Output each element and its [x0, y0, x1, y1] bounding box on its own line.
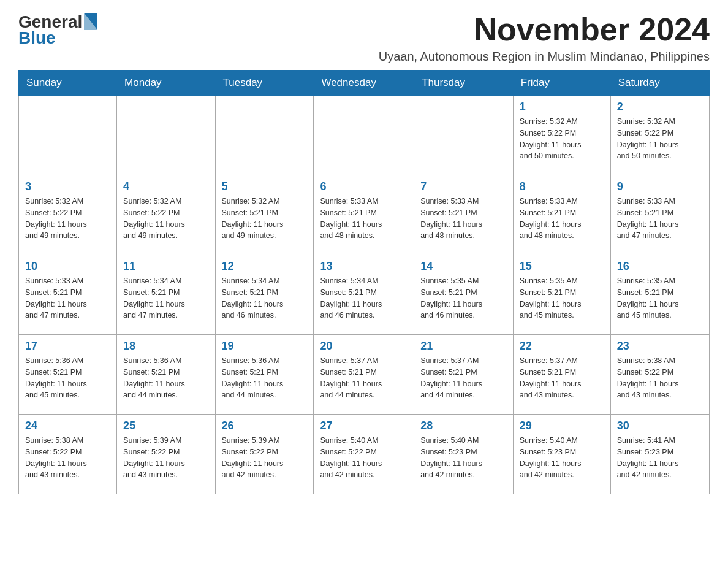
day-info: Sunrise: 5:39 AMSunset: 5:22 PMDaylight:… [222, 435, 308, 481]
day-info: Sunrise: 5:34 AMSunset: 5:21 PMDaylight:… [320, 275, 408, 321]
day-header-monday: Monday [117, 71, 215, 96]
day-header-saturday: Saturday [610, 71, 709, 96]
logo: General Blue [18, 12, 97, 48]
day-number: 13 [320, 260, 408, 273]
day-info: Sunrise: 5:37 AMSunset: 5:21 PMDaylight:… [320, 355, 408, 401]
calendar-cell [19, 96, 117, 175]
calendar-cell: 9Sunrise: 5:33 AMSunset: 5:21 PMDaylight… [610, 175, 709, 255]
calendar-body: 1Sunrise: 5:32 AMSunset: 5:22 PMDaylight… [19, 96, 710, 494]
day-info: Sunrise: 5:32 AMSunset: 5:21 PMDaylight:… [222, 196, 308, 242]
day-number: 19 [222, 340, 308, 353]
month-title: November 2024 [379, 12, 710, 47]
calendar-cell: 20Sunrise: 5:37 AMSunset: 5:21 PMDayligh… [314, 335, 414, 415]
day-info: Sunrise: 5:32 AMSunset: 5:22 PMDaylight:… [25, 196, 110, 242]
calendar-cell: 16Sunrise: 5:35 AMSunset: 5:21 PMDayligh… [610, 255, 709, 335]
day-header-wednesday: Wednesday [314, 71, 414, 96]
day-number: 29 [520, 419, 604, 432]
day-info: Sunrise: 5:34 AMSunset: 5:21 PMDaylight:… [123, 275, 208, 321]
calendar-cell: 29Sunrise: 5:40 AMSunset: 5:23 PMDayligh… [513, 415, 610, 494]
calendar-cell: 17Sunrise: 5:36 AMSunset: 5:21 PMDayligh… [19, 335, 117, 415]
day-number: 17 [25, 340, 110, 353]
day-info: Sunrise: 5:33 AMSunset: 5:21 PMDaylight:… [617, 196, 703, 242]
day-number: 14 [420, 260, 507, 273]
day-number: 3 [25, 180, 110, 193]
day-info: Sunrise: 5:33 AMSunset: 5:21 PMDaylight:… [420, 196, 507, 242]
logo-arrow-icon [84, 13, 97, 30]
calendar-cell: 26Sunrise: 5:39 AMSunset: 5:22 PMDayligh… [215, 415, 314, 494]
day-info: Sunrise: 5:40 AMSunset: 5:22 PMDaylight:… [320, 435, 408, 481]
calendar-cell: 24Sunrise: 5:38 AMSunset: 5:22 PMDayligh… [19, 415, 117, 494]
day-number: 10 [25, 260, 110, 273]
calendar-cell: 22Sunrise: 5:37 AMSunset: 5:21 PMDayligh… [513, 335, 610, 415]
day-info: Sunrise: 5:33 AMSunset: 5:21 PMDaylight:… [25, 275, 110, 321]
calendar-cell: 19Sunrise: 5:36 AMSunset: 5:21 PMDayligh… [215, 335, 314, 415]
day-info: Sunrise: 5:40 AMSunset: 5:23 PMDaylight:… [420, 435, 507, 481]
day-info: Sunrise: 5:33 AMSunset: 5:21 PMDaylight:… [520, 196, 604, 242]
day-info: Sunrise: 5:38 AMSunset: 5:22 PMDaylight:… [25, 435, 110, 481]
day-info: Sunrise: 5:37 AMSunset: 5:21 PMDaylight:… [520, 355, 604, 401]
day-number: 9 [617, 180, 703, 193]
day-number: 11 [123, 260, 208, 273]
week-row-2: 3Sunrise: 5:32 AMSunset: 5:22 PMDaylight… [19, 175, 710, 255]
day-info: Sunrise: 5:32 AMSunset: 5:22 PMDaylight:… [123, 196, 208, 242]
day-number: 26 [222, 419, 308, 432]
day-number: 6 [320, 180, 408, 193]
calendar-cell: 30Sunrise: 5:41 AMSunset: 5:23 PMDayligh… [610, 415, 709, 494]
calendar-cell: 18Sunrise: 5:36 AMSunset: 5:21 PMDayligh… [117, 335, 215, 415]
calendar-cell: 15Sunrise: 5:35 AMSunset: 5:21 PMDayligh… [513, 255, 610, 335]
day-number: 8 [520, 180, 604, 193]
day-number: 23 [617, 340, 703, 353]
calendar-cell: 7Sunrise: 5:33 AMSunset: 5:21 PMDaylight… [414, 175, 514, 255]
title-area: November 2024 Uyaan, Autonomous Region i… [379, 12, 710, 64]
calendar-header: SundayMondayTuesdayWednesdayThursdayFrid… [19, 71, 710, 96]
day-info: Sunrise: 5:32 AMSunset: 5:22 PMDaylight:… [520, 116, 604, 162]
calendar-cell: 1Sunrise: 5:32 AMSunset: 5:22 PMDaylight… [513, 96, 610, 175]
calendar-cell [314, 96, 414, 175]
day-number: 27 [320, 419, 408, 432]
day-number: 5 [222, 180, 308, 193]
day-number: 18 [123, 340, 208, 353]
calendar-cell: 11Sunrise: 5:34 AMSunset: 5:21 PMDayligh… [117, 255, 215, 335]
calendar-cell [117, 96, 215, 175]
day-number: 22 [520, 340, 604, 353]
day-number: 28 [420, 419, 507, 432]
day-info: Sunrise: 5:35 AMSunset: 5:21 PMDaylight:… [617, 275, 703, 321]
calendar-cell: 28Sunrise: 5:40 AMSunset: 5:23 PMDayligh… [414, 415, 514, 494]
location-subtitle: Uyaan, Autonomous Region in Muslim Minda… [379, 50, 710, 64]
day-number: 21 [420, 340, 507, 353]
day-info: Sunrise: 5:40 AMSunset: 5:23 PMDaylight:… [520, 435, 604, 481]
day-number: 24 [25, 419, 110, 432]
day-number: 16 [617, 260, 703, 273]
day-number: 1 [520, 101, 604, 113]
day-number: 4 [123, 180, 208, 193]
day-info: Sunrise: 5:36 AMSunset: 5:21 PMDaylight:… [25, 355, 110, 401]
days-header-row: SundayMondayTuesdayWednesdayThursdayFrid… [19, 71, 710, 96]
day-number: 2 [617, 101, 703, 113]
calendar-cell: 8Sunrise: 5:33 AMSunset: 5:21 PMDaylight… [513, 175, 610, 255]
day-number: 20 [320, 340, 408, 353]
calendar-cell: 2Sunrise: 5:32 AMSunset: 5:22 PMDaylight… [610, 96, 709, 175]
week-row-5: 24Sunrise: 5:38 AMSunset: 5:22 PMDayligh… [19, 415, 710, 494]
day-header-tuesday: Tuesday [215, 71, 314, 96]
calendar-table: SundayMondayTuesdayWednesdayThursdayFrid… [18, 70, 710, 494]
day-header-sunday: Sunday [19, 71, 117, 96]
day-info: Sunrise: 5:38 AMSunset: 5:22 PMDaylight:… [617, 355, 703, 401]
day-number: 25 [123, 419, 208, 432]
day-info: Sunrise: 5:33 AMSunset: 5:21 PMDaylight:… [320, 196, 408, 242]
day-number: 7 [420, 180, 507, 193]
week-row-3: 10Sunrise: 5:33 AMSunset: 5:21 PMDayligh… [19, 255, 710, 335]
week-row-1: 1Sunrise: 5:32 AMSunset: 5:22 PMDaylight… [19, 96, 710, 175]
calendar-cell: 6Sunrise: 5:33 AMSunset: 5:21 PMDaylight… [314, 175, 414, 255]
day-info: Sunrise: 5:35 AMSunset: 5:21 PMDaylight:… [520, 275, 604, 321]
day-info: Sunrise: 5:37 AMSunset: 5:21 PMDaylight:… [420, 355, 507, 401]
calendar-cell: 3Sunrise: 5:32 AMSunset: 5:22 PMDaylight… [19, 175, 117, 255]
day-info: Sunrise: 5:39 AMSunset: 5:22 PMDaylight:… [123, 435, 208, 481]
calendar-cell: 27Sunrise: 5:40 AMSunset: 5:22 PMDayligh… [314, 415, 414, 494]
calendar-cell: 13Sunrise: 5:34 AMSunset: 5:21 PMDayligh… [314, 255, 414, 335]
calendar-cell: 5Sunrise: 5:32 AMSunset: 5:21 PMDaylight… [215, 175, 314, 255]
day-number: 12 [222, 260, 308, 273]
day-number: 30 [617, 419, 703, 432]
calendar-cell: 12Sunrise: 5:34 AMSunset: 5:21 PMDayligh… [215, 255, 314, 335]
day-info: Sunrise: 5:36 AMSunset: 5:21 PMDaylight:… [123, 355, 208, 401]
day-info: Sunrise: 5:34 AMSunset: 5:21 PMDaylight:… [222, 275, 308, 321]
